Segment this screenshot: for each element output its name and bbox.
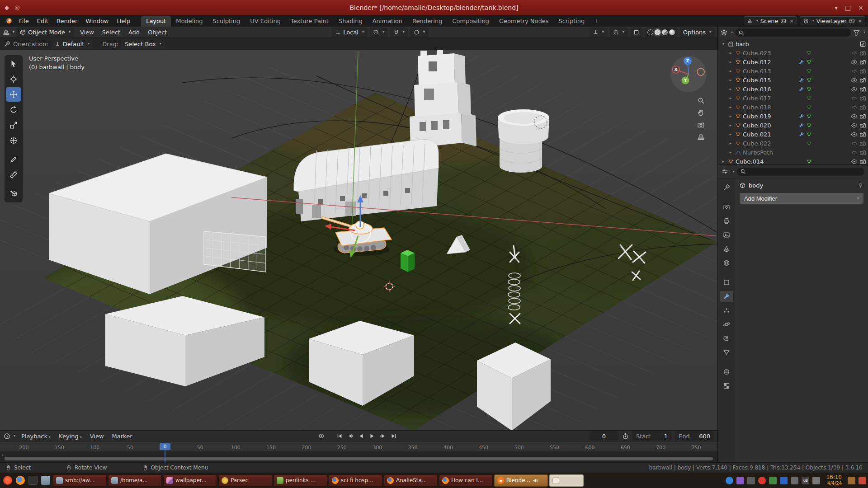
- play-reverse-button[interactable]: [356, 432, 366, 440]
- outliner-row[interactable]: ▸ Cube.013: [718, 66, 868, 75]
- disable-in-renders-toggle[interactable]: [859, 149, 866, 156]
- editor-type-properties-icon[interactable]: [722, 168, 728, 175]
- outliner-item-label[interactable]: Cube.019: [743, 113, 771, 120]
- disable-in-renders-toggle[interactable]: [859, 140, 866, 147]
- disclosure-triangle-icon[interactable]: ▸: [728, 123, 733, 127]
- building-cylinder-tank[interactable]: [498, 109, 549, 173]
- collection-checkbox[interactable]: [859, 41, 866, 47]
- timeline-scrollbar[interactable]: [5, 457, 713, 460]
- outliner-item-label[interactable]: Cube.020: [743, 122, 771, 129]
- outliner-row[interactable]: ▸ Cube.021: [718, 130, 868, 139]
- outliner-row[interactable]: ▸ Cube.016: [718, 84, 868, 94]
- outliner-row[interactable]: ▸ Cube.022: [718, 139, 868, 148]
- viewport-scene[interactable]: [0, 50, 717, 430]
- launcher-icon[interactable]: [2, 474, 14, 486]
- properties-tab-output[interactable]: [720, 216, 733, 226]
- disclosure-triangle-icon[interactable]: ▸: [728, 150, 733, 155]
- timeline-menu-item[interactable]: View: [86, 432, 108, 441]
- hide-in-viewport-toggle[interactable]: [851, 50, 858, 56]
- workspace-tab[interactable]: Compositing: [447, 16, 494, 27]
- properties-tab-render[interactable]: [720, 202, 733, 212]
- shading-solid-icon[interactable]: [655, 29, 660, 35]
- outliner-item-label[interactable]: Cube.014: [736, 158, 764, 165]
- options-dropdown[interactable]: Options▾: [679, 28, 715, 37]
- workspace-tab[interactable]: Layout: [141, 16, 171, 27]
- taskbar-window-button[interactable]: Parsec: [218, 474, 272, 487]
- editor-type-outliner-icon[interactable]: [721, 29, 727, 36]
- outliner-item-label[interactable]: Cube.018: [743, 104, 771, 111]
- tray-icon[interactable]: [769, 477, 777, 484]
- jump-to-start-button[interactable]: [335, 432, 344, 440]
- outliner-search-input[interactable]: [735, 28, 851, 37]
- unlink-scene-icon[interactable]: ×: [789, 18, 793, 24]
- scene-selector[interactable]: ▾ Scene ×: [744, 16, 797, 25]
- mode-dropdown[interactable]: Object Mode▾: [16, 28, 74, 37]
- viewport-menu-item[interactable]: Select: [98, 28, 124, 37]
- properties-tab-particles[interactable]: [720, 305, 733, 316]
- menu-item[interactable]: File: [15, 17, 33, 25]
- disclosure-triangle-icon[interactable]: ▸: [728, 69, 733, 73]
- menu-item[interactable]: Window: [81, 17, 113, 25]
- disable-in-renders-toggle[interactable]: [859, 113, 866, 120]
- properties-tab-texture[interactable]: [720, 380, 733, 391]
- outliner-row[interactable]: ▸ NurbsPath: [718, 148, 868, 157]
- tool-move[interactable]: [6, 87, 21, 102]
- properties-tab-material[interactable]: [720, 366, 733, 377]
- outliner-row[interactable]: ▸ Cube.018: [718, 103, 868, 112]
- taskbar-window-button[interactable]: sci fi hosp...: [329, 474, 382, 487]
- properties-tab-physics[interactable]: [720, 319, 733, 330]
- tray-icon[interactable]: us: [802, 477, 809, 484]
- outliner-row[interactable]: ▸ Cube.023: [718, 48, 868, 57]
- current-frame-field[interactable]: 0: [590, 432, 618, 441]
- disable-in-renders-toggle[interactable]: [859, 59, 866, 66]
- properties-tab-world[interactable]: [720, 258, 733, 268]
- disable-in-renders-toggle[interactable]: [859, 122, 866, 129]
- tray-icon[interactable]: [791, 477, 798, 484]
- disable-in-renders-toggle[interactable]: [859, 104, 866, 111]
- workspace-tab[interactable]: Shading: [334, 16, 368, 27]
- playhead[interactable]: 0: [160, 442, 170, 463]
- properties-search-input[interactable]: [737, 168, 864, 176]
- workspace-tab[interactable]: Rendering: [407, 16, 447, 27]
- tool-3d-cursor[interactable]: [6, 72, 21, 86]
- taskbar-window-button[interactable]: [549, 474, 584, 487]
- tool-scale[interactable]: [6, 118, 21, 132]
- workspace-tab[interactable]: Modeling: [171, 16, 208, 27]
- tool-transform[interactable]: [6, 133, 21, 148]
- taskbar-window-button[interactable]: Blende...: [494, 474, 548, 487]
- filter-dropdown-icon[interactable]: ▾: [863, 31, 865, 34]
- disclosure-triangle-icon[interactable]: ▸: [728, 132, 733, 136]
- properties-tab-tool[interactable]: [720, 182, 733, 193]
- properties-tab-object[interactable]: [720, 277, 733, 288]
- hide-in-viewport-toggle[interactable]: [851, 86, 858, 93]
- hide-in-viewport-toggle[interactable]: [851, 104, 858, 111]
- workspace-tab[interactable]: Texture Paint: [286, 16, 334, 27]
- remove-viewlayer-icon[interactable]: ×: [858, 18, 862, 24]
- hide-in-viewport-toggle[interactable]: [851, 140, 858, 147]
- outliner-row[interactable]: ▸ Cube.020: [718, 121, 868, 130]
- previous-keyframe-button[interactable]: [345, 432, 355, 440]
- next-keyframe-button[interactable]: [378, 432, 388, 440]
- new-scene-icon[interactable]: [780, 18, 786, 24]
- navigation-gizmo[interactable]: Z X Y: [670, 55, 708, 93]
- outliner-item-label[interactable]: Cube.023: [743, 50, 771, 56]
- editor-type-timeline-icon[interactable]: [4, 433, 10, 440]
- camera-view-icon[interactable]: [697, 121, 705, 129]
- disable-in-renders-toggle[interactable]: [859, 86, 866, 93]
- disclosure-triangle-icon[interactable]: ▸: [728, 51, 733, 55]
- workspace-tab[interactable]: Scripting: [554, 16, 590, 27]
- stopwatch-icon[interactable]: [622, 433, 629, 440]
- shading-rendered-icon[interactable]: [669, 29, 675, 35]
- workspace-tab[interactable]: Sculpting: [208, 16, 245, 27]
- outliner-item-label[interactable]: Cube.017: [743, 95, 771, 102]
- frame-end-field[interactable]: End600: [675, 432, 714, 441]
- hide-in-viewport-toggle[interactable]: [851, 158, 858, 165]
- launcher-icon[interactable]: [27, 474, 39, 486]
- timeline-menu-item[interactable]: Playback▾: [17, 432, 55, 441]
- drag-mode-dropdown[interactable]: Select Box▾: [121, 39, 165, 49]
- disable-in-renders-toggle[interactable]: [859, 50, 866, 56]
- properties-tab-modifiers[interactable]: [720, 291, 733, 302]
- properties-tab-object-data[interactable]: [720, 347, 733, 358]
- show-gizmos-dropdown[interactable]: ▾: [589, 28, 608, 37]
- blender-logo-icon[interactable]: [5, 17, 13, 25]
